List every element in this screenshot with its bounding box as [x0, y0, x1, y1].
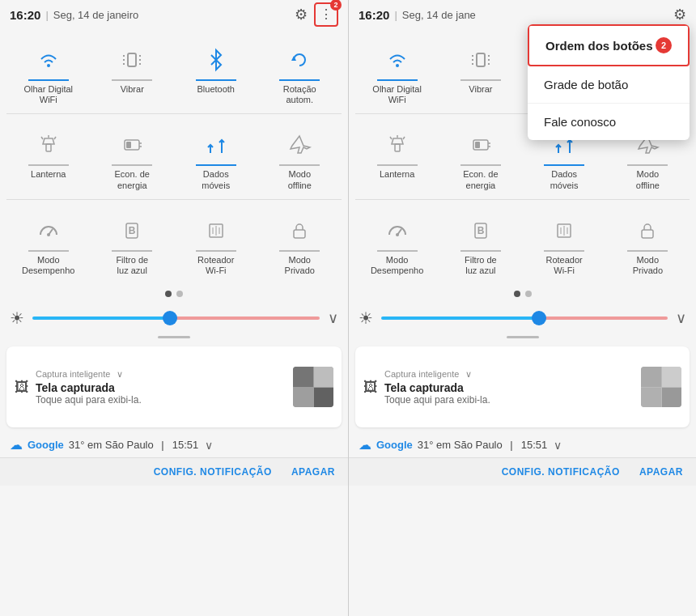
tile-modo-offline-left[interactable]: Modooffline — [258, 117, 342, 195]
apagar-btn-left[interactable]: APAGAR — [291, 466, 335, 478]
tile-label-lanterna-left: Lanterna — [31, 169, 66, 180]
tile-label-roteador-right: RoteadorWi-Fi — [545, 255, 582, 276]
speedometer-icon-right — [385, 219, 410, 243]
private-icon-left — [287, 219, 312, 243]
status-bar-left: 16:20 | Seg, 14 de janeiro ⚙ ⋮ 2 — [0, 0, 348, 29]
tile-wifi-left[interactable]: Olhar DigitalWiFi — [6, 32, 91, 110]
tile-vibrar-left[interactable]: Vibrar — [91, 32, 175, 110]
gear-icon-right[interactable]: ⚙ — [673, 6, 686, 23]
tile-label-privado-right: ModoPrivado — [633, 255, 663, 276]
tile-filtro-left[interactable]: B Filtro deluz azul — [91, 203, 175, 281]
notif-source-left: Captura inteligente — [36, 369, 110, 379]
status-time-right: 16:20 — [359, 8, 389, 22]
notification-right[interactable]: 🖼 Captura inteligente ∨ Tela capturada T… — [355, 346, 690, 427]
tiles-row3-right: ModoDesempenho B Filtro deluz azul Rote — [349, 200, 696, 284]
tile-desempenho-left[interactable]: ModoDesempenho — [6, 203, 91, 281]
svg-rect-28 — [294, 230, 305, 238]
status-time-left: 16:20 — [10, 8, 40, 22]
tile-dados-left[interactable]: Dadosmóveis — [174, 117, 258, 195]
tile-econ-left[interactable]: Econ. deenergia — [91, 117, 175, 195]
notif-title-right: Tela capturada — [384, 381, 634, 394]
brightness-row-right: ☀ ∨ — [349, 304, 696, 333]
dropdown-item-fale[interactable]: Fale conosco — [528, 104, 690, 140]
weather-chevron-right[interactable]: ∨ — [554, 439, 562, 452]
notif-thumb-right — [641, 367, 681, 407]
weather-divider-left: | — [159, 439, 164, 451]
notif-header-left: Captura inteligente ∨ — [36, 369, 286, 380]
tile-label-filtro-left: Filtro deluz azul — [116, 255, 148, 276]
menu-button-left[interactable]: ⋮ 2 — [314, 2, 338, 27]
notif-icon-left: 🖼 — [15, 379, 29, 396]
status-icons-left: ⚙ ⋮ 2 — [295, 2, 338, 27]
config-notif-btn-right[interactable]: CONFIG. NOTIFICAÇÃO — [502, 466, 620, 478]
filter-icon-left: B — [120, 219, 144, 243]
gear-icon-left[interactable]: ⚙ — [295, 6, 308, 23]
dropdown-item-grade[interactable]: Grade de botão — [528, 66, 690, 104]
svg-text:B: B — [129, 225, 136, 236]
tile-desempenho-right[interactable]: ModoDesempenho — [355, 203, 439, 281]
tile-wifi-right[interactable]: Olhar DigitalWiFi — [355, 32, 439, 110]
tiles-row1-left: Olhar DigitalWiFi Vibrar — [0, 29, 348, 113]
tile-label-wifi-right: Olhar DigitalWiFi — [372, 84, 422, 105]
battery-icon-left — [120, 133, 144, 157]
notif-title-left: Tela capturada — [36, 381, 286, 394]
dropdown-badge-ordem: 2 — [656, 37, 672, 53]
weather-source-right: Google — [376, 439, 413, 451]
tile-label-vibrar-right: Vibrar — [469, 84, 492, 95]
tile-vibrar-right[interactable]: Vibrar — [439, 32, 522, 110]
tile-roteador-right[interactable]: RoteadorWi-Fi — [523, 203, 606, 281]
tile-econ-right[interactable]: Econ. deenergia — [439, 117, 522, 195]
tile-label-privado-left: ModoPrivado — [285, 255, 315, 276]
notif-content-right: Captura inteligente ∨ Tela capturada Toq… — [384, 369, 634, 406]
router-icon-right — [552, 219, 576, 243]
notif-expand-left[interactable]: ∨ — [117, 369, 123, 380]
notif-thumb-left — [293, 367, 333, 407]
svg-line-39 — [390, 137, 392, 139]
tile-label-bluetooth-left: Bluetooth — [197, 84, 235, 95]
apagar-btn-right[interactable]: APAGAR — [639, 466, 683, 478]
tile-lanterna-right[interactable]: Lanterna — [355, 117, 439, 195]
brightness-thumb-right[interactable] — [532, 311, 546, 325]
notif-expand-right[interactable]: ∨ — [465, 369, 472, 380]
bottom-bar-right: CONFIG. NOTIFICAÇÃO APAGAR — [349, 457, 696, 486]
brightness-expand-right[interactable]: ∨ — [676, 309, 686, 327]
wifi-icon-left — [36, 48, 61, 72]
left-panel: 16:20 | Seg, 14 de janeiro ⚙ ⋮ 2 Olhar D… — [0, 0, 348, 616]
dropdown-item-grade-label: Grade de botão — [544, 78, 628, 91]
weather-chevron-left[interactable]: ∨ — [205, 439, 213, 452]
notification-left[interactable]: 🖼 Captura inteligente ∨ Tela capturada T… — [6, 346, 342, 427]
dropdown-item-fale-label: Fale conosco — [544, 115, 616, 129]
status-divider-left: | — [45, 9, 48, 21]
tile-label-roteador-left: RoteadorWi-Fi — [197, 255, 234, 276]
notif-source-right: Captura inteligente — [384, 369, 459, 379]
dropdown-item-ordem[interactable]: Ordem dos botões 2 — [528, 24, 690, 66]
tile-filtro-right[interactable]: B Filtro deluz azul — [439, 203, 522, 281]
brightness-track-right[interactable] — [381, 316, 668, 320]
tile-roteador-left[interactable]: RoteadorWi-Fi — [174, 203, 258, 281]
brightness-thumb-left[interactable] — [163, 311, 177, 325]
tile-label-dados-right: Dadosmóveis — [550, 169, 579, 190]
brightness-track-left[interactable] — [32, 316, 320, 320]
svg-line-41 — [403, 137, 405, 139]
notif-header-right: Captura inteligente ∨ — [384, 369, 634, 380]
tiles-row3-left: ModoDesempenho B Filtro deluz azul Rote — [0, 200, 348, 284]
tile-lanterna-left[interactable]: Lanterna — [6, 117, 91, 195]
tile-label-modo-offline-right: Modooffline — [636, 169, 660, 190]
tile-rotacao-left[interactable]: Rotaçãoautom. — [258, 32, 342, 110]
brightness-icon-left: ☀ — [10, 308, 24, 328]
menu-badge-left: 2 — [330, 0, 342, 11]
weather-info-right: 31° em São Paulo — [418, 439, 503, 451]
weather-source-left: Google — [28, 439, 64, 451]
tile-bluetooth-left[interactable]: Bluetooth — [174, 32, 258, 110]
notif-icon-right: 🖼 — [363, 379, 378, 396]
tile-label-vibrar-left: Vibrar — [121, 84, 144, 95]
tile-privado-right[interactable]: ModoPrivado — [606, 203, 690, 281]
tile-privado-left[interactable]: ModoPrivado — [258, 203, 342, 281]
rotate-icon-left — [287, 48, 312, 72]
config-notif-btn-left[interactable]: CONFIG. NOTIFICAÇÃO — [154, 466, 272, 478]
vibrate-icon-left — [120, 48, 144, 72]
status-date-right: Seg, 14 de jane — [402, 9, 673, 21]
dropdown-menu-right: Ordem dos botões 2 Grade de botão Fale c… — [528, 24, 690, 140]
brightness-expand-left[interactable]: ∨ — [328, 309, 338, 327]
svg-rect-38 — [395, 144, 400, 151]
